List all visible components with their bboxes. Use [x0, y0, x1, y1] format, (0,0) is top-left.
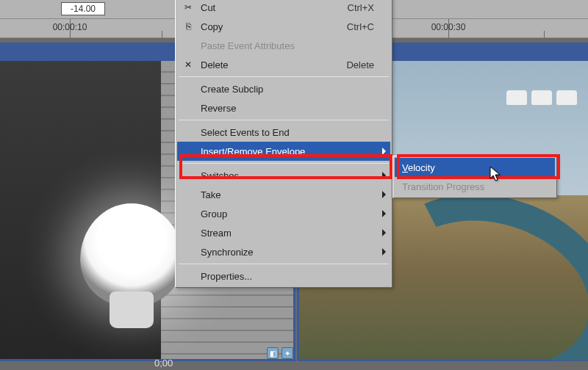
submenu-arrow-icon [382, 229, 386, 236]
ruler-tick-label: 00:00:10 [53, 22, 87, 32]
menu-item-label: Cut [196, 2, 326, 13]
delete-icon: ✕ [180, 59, 196, 70]
ruler-tick-label: 00:00:30 [431, 22, 466, 32]
menu-item-label: Paste Event Attributes [196, 40, 374, 51]
menu-item-label: Synchronize [196, 247, 374, 258]
submenu-envelope[interactable]: VelocityTransition Progress [392, 156, 557, 198]
context-menu[interactable]: ✂CutCtrl+X⎘CopyCtrl+CPaste Event Attribu… [175, 0, 392, 288]
copy-icon: ⎘ [180, 21, 196, 32]
menu-item-label: Select Events to End [196, 127, 374, 138]
menu-separator [179, 76, 389, 77]
menu-item[interactable]: Take [177, 185, 390, 204]
fx-icon[interactable]: ✦ [282, 347, 293, 359]
menu-item[interactable]: Select Events to End [177, 123, 390, 142]
menu-item-label: Group [196, 208, 374, 220]
menu-item: Transition Progress [395, 177, 555, 196]
menu-item-label: Transition Progress [398, 181, 539, 192]
menu-item-shortcut: Ctrl+X [326, 2, 374, 13]
menu-item-label: Switches [196, 170, 374, 181]
menu-item-shortcut: Ctrl+C [325, 21, 374, 32]
menu-separator [179, 264, 389, 264]
menu-item[interactable]: Create Subclip [177, 79, 390, 98]
menu-item[interactable]: Velocity [395, 158, 555, 177]
menu-item[interactable]: Switches [177, 166, 390, 185]
menu-item-label: Take [196, 189, 374, 200]
menu-item[interactable]: Group [177, 204, 390, 223]
clip-tc-left: 0;00 [154, 358, 173, 369]
scissors-icon: ✂ [180, 2, 196, 12]
menu-item[interactable]: ⎘CopyCtrl+C [177, 17, 390, 36]
menu-item-label: Delete [196, 59, 324, 70]
menu-item-label: Velocity [398, 162, 539, 173]
menu-item[interactable]: Insert/Remove Envelope [177, 142, 390, 161]
menu-item-label: Properties... [196, 271, 374, 282]
menu-item[interactable]: ✂CutCtrl+X [177, 0, 390, 17]
menu-item[interactable]: ✕DeleteDelete [177, 55, 390, 74]
menu-item-label: Reverse [196, 103, 374, 114]
submenu-arrow-icon [382, 172, 386, 179]
menu-separator [179, 120, 389, 120]
menu-item-shortcut: Delete [324, 59, 374, 70]
submenu-arrow-icon [382, 248, 386, 255]
menu-item[interactable]: Synchronize [177, 242, 390, 261]
menu-item-label: Copy [196, 21, 325, 32]
crop-icon[interactable]: ◧ [267, 347, 279, 359]
menu-item-label: Insert/Remove Envelope [196, 146, 374, 157]
menu-item-label: Stream [196, 228, 374, 239]
menu-separator [179, 163, 389, 164]
offset-field[interactable]: -14.00 [61, 2, 105, 15]
menu-item: Paste Event Attributes [177, 36, 390, 55]
submenu-arrow-icon [382, 191, 386, 198]
menu-item-label: Create Subclip [196, 84, 374, 95]
submenu-arrow-icon [382, 148, 386, 155]
menu-item[interactable]: Reverse [177, 98, 390, 117]
menu-item[interactable]: Stream [177, 223, 390, 242]
menu-item[interactable]: Properties... [177, 266, 390, 286]
submenu-arrow-icon [382, 210, 386, 217]
